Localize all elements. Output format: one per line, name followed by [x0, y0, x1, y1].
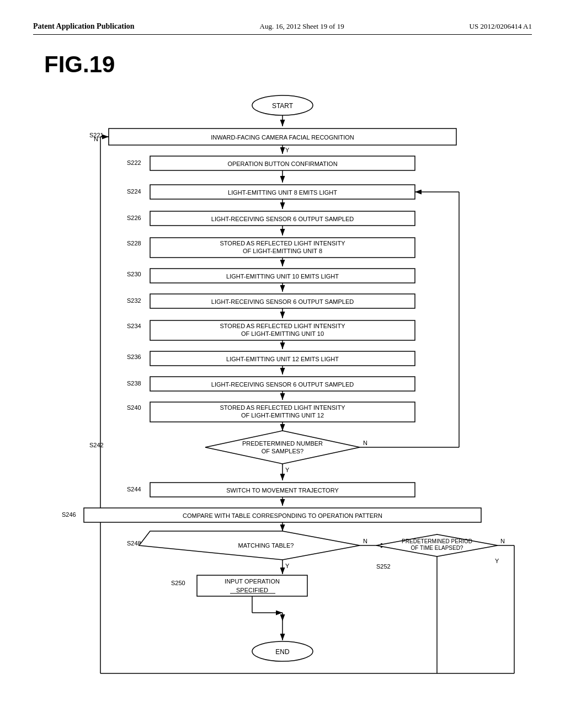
s240-text-2: OF LIGHT-EMITTING UNIT 12 — [241, 412, 324, 419]
s224-label: S224 — [127, 188, 141, 195]
s221-text: INWARD-FACING CAMERA FACIAL RECOGNITION — [211, 134, 354, 141]
page: Patent Application Publication Aug. 16, … — [0, 0, 565, 728]
s228-label: S228 — [127, 240, 141, 247]
s226-label: S226 — [127, 215, 141, 221]
s248-text: MATCHING TABLE? — [238, 542, 294, 549]
s234-text-1: STORED AS REFLECTED LIGHT INTENSITY — [220, 323, 346, 329]
s242-n-label: N — [363, 440, 367, 446]
s244-text: SWITCH TO MOVEMENT TRAJECTORY — [226, 487, 339, 494]
s226-text: LIGHT-RECEIVING SENSOR 6 OUTPUT SAMPLED — [211, 216, 354, 222]
s221-n-label: N — [94, 136, 98, 142]
s240-label: S240 — [127, 404, 141, 411]
s228-text-2: OF LIGHT-EMITTING UNIT 8 — [243, 248, 322, 254]
s242-text-1: PREDETERMINED NUMBER — [242, 440, 323, 447]
s252-y-label: Y — [495, 558, 499, 564]
s222-text: OPERATION BUTTON CONFIRMATION — [227, 160, 337, 167]
start-label: START — [272, 102, 294, 110]
s230-text: LIGHT-EMITTING UNIT 10 EMITS LIGHT — [226, 273, 339, 280]
s246-text: COMPARE WITH TABLE CORRESPONDING TO OPER… — [183, 512, 382, 519]
end-label: END — [275, 648, 290, 656]
s240-text-1: STORED AS REFLECTED LIGHT INTENSITY — [220, 404, 346, 411]
s242-label: S242 — [89, 442, 104, 448]
s238-text: LIGHT-RECEIVING SENSOR 6 OUTPUT SAMPLED — [211, 381, 354, 388]
figure-title: FIG.19 — [44, 51, 532, 78]
s252-n-label: N — [500, 538, 505, 544]
s242-text-2: OF SAMPLES? — [262, 448, 303, 454]
header-publication: Patent Application Publication — [33, 22, 135, 31]
s250-text-2: SPECIFIED — [236, 587, 268, 593]
s250-text-1: INPUT OPERATION — [225, 578, 280, 585]
header-patent-number: US 2012/0206414 A1 — [470, 22, 532, 31]
s252-text-2: OF TIME ELAPSED? — [411, 545, 463, 551]
s228-text-1: STORED AS REFLECTED LIGHT INTENSITY — [220, 240, 346, 247]
svg-marker-27 — [205, 431, 360, 464]
s230-label: S230 — [127, 271, 141, 277]
s252-text-1: PREDETERMINED PERIOD — [402, 538, 472, 544]
s248-n-label: N — [363, 538, 367, 544]
header-date-sheet: Aug. 16, 2012 Sheet 19 of 19 — [260, 22, 344, 31]
s234-label: S234 — [127, 323, 141, 329]
s238-label: S238 — [127, 380, 141, 387]
s234-text-2: OF LIGHT-EMITTING UNIT 10 — [241, 330, 324, 337]
s222-label: S222 — [127, 159, 141, 166]
s252-label: S252 — [376, 563, 391, 570]
s236-label: S236 — [127, 354, 141, 360]
s221-y-label: Y — [285, 147, 290, 153]
s244-label: S244 — [127, 486, 141, 493]
s236-text: LIGHT-EMITTING UNIT 12 EMITS LIGHT — [226, 356, 339, 362]
flowchart-diagram: START S221 INWARD-FACING CAMERA FACIAL R… — [34, 89, 531, 695]
s232-label: S232 — [127, 297, 141, 304]
s246-label: S246 — [62, 511, 76, 518]
s248-y-label: Y — [285, 563, 290, 569]
s232-text: LIGHT-RECEIVING SENSOR 6 OUTPUT SAMPLED — [211, 298, 354, 305]
s250-label: S250 — [171, 580, 185, 586]
page-header: Patent Application Publication Aug. 16, … — [33, 22, 532, 35]
s224-text: LIGHT-EMITTING UNIT 8 EMITS LIGHT — [228, 189, 337, 196]
s242-y-label: Y — [285, 467, 290, 473]
